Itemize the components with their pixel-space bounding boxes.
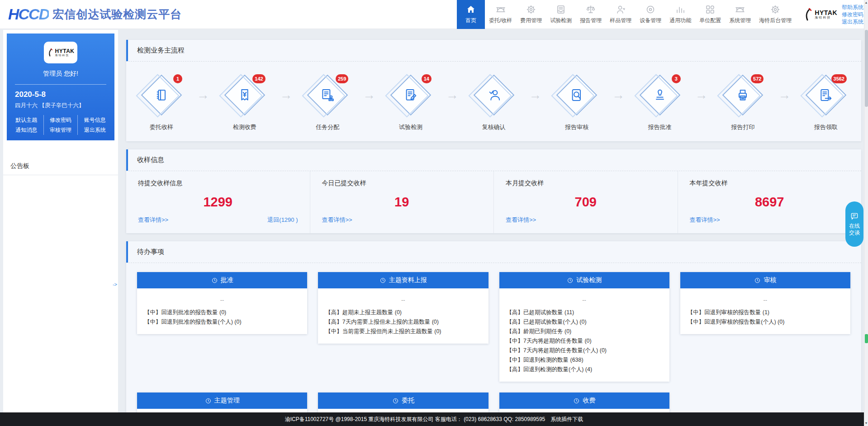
todo-line: 【中】回退到审核的报告数量(个人) (0) [688,317,843,327]
hytak-logo: HYTAK 海特科技 [803,8,837,21]
todo-card-header[interactable]: 主题资料上报 [318,272,488,288]
todo-card-header[interactable]: 批准 [137,272,307,288]
flow-step-charge[interactable]: 142 检测收费 [223,73,266,131]
edit-document-icon [403,88,418,102]
view-details-link[interactable]: 查看详情>> [322,216,352,224]
change-password-link[interactable]: 修改密码 [44,115,78,125]
scroll-down-arrow[interactable]: ▼ [864,421,868,426]
todo-lines: 【高】超期未上报主题数量 (0)【高】7天内需要上报但未上报的主题数量 (0)【… [325,308,481,336]
sidebar-links-row1: 默认主题 修改密码 账号信息 [9,115,112,125]
arrow-icon: → [432,73,472,117]
notice-board-title: 公告板 [3,144,118,175]
notifications-link[interactable]: 通知消息 [9,125,44,135]
todo-line: 【高】已超期试验数量 (11) [507,308,662,317]
clock-icon [567,277,574,284]
todo-card-testing: 试验检测 -- 【高】已超期试验数量 (11)【高】已超期试验数量(个人) (0… [499,272,669,382]
process-flow: 1 委托收样 → 142 检测收费 → 259 任务分配 [126,62,861,141]
todo-line: 【中】当前需要上报但尚未上报的主题数量 (0) [325,327,481,336]
gear-icon [770,4,781,15]
badge-count: 259 [336,74,348,83]
clock-icon [211,277,218,284]
returned-link[interactable]: 退回(1290 ) [267,216,298,224]
default-theme-link[interactable]: 默认主题 [9,115,44,125]
brand: HCCD 宏信创达试验检测云平台 [8,5,182,23]
todo-line: 【高】超期未上报主题数量 (0) [325,308,481,317]
document-out-icon [819,88,833,102]
todo-line: 【高】龄期已到期任务 (0) [507,327,662,336]
scrollbar-marker [865,334,868,343]
review-manage-link[interactable]: 审核管理 [44,125,78,135]
nav-item-system[interactable]: 系统管理 [725,0,755,29]
clock-icon [205,397,212,404]
view-details-link[interactable]: 查看详情>> [690,216,720,224]
todo-card-header[interactable]: 委托 [318,392,488,409]
person-key-icon [615,4,626,15]
scroll-up-arrow[interactable]: ▲ [864,0,868,5]
nav-item-fees[interactable]: 费用管理 [516,0,546,29]
todo-card-header[interactable]: 收费 [499,392,669,409]
grid-icon [705,4,716,15]
brand-logo: HCCD [8,5,49,23]
footer: 渝ICP备11002727号 @1998-2015 重庆海特科技发展有限公司 客… [0,412,868,426]
todo-card-header[interactable]: 试验检测 [499,272,669,288]
vertical-scrollbar[interactable]: ▲ ▼ [864,0,868,426]
plugin-download-link[interactable]: 系统插件下载 [550,416,583,423]
stat-value: 1299 [138,195,298,210]
todo-line: 【高】回退到检测的数量(个人) (4) [507,365,662,374]
stat-value: 19 [322,195,482,210]
nav-item-home[interactable]: 首页 [457,0,485,29]
view-details-link[interactable]: 查看详情>> [506,216,536,224]
help-system-link[interactable]: 帮助系统 [842,4,863,11]
nav-item-unit-config[interactable]: 单位配置 [695,0,725,29]
arrow-icon: → [598,73,638,117]
nav-item-testing[interactable]: 试验检测 [546,0,576,29]
flow-step-assign[interactable]: 259 任务分配 [306,73,349,131]
flow-step-recheck[interactable]: 复核确认 [472,73,516,131]
main-content: 检测业务主流程 1 委托收样 → 142 检测收费 → 259 [126,40,861,426]
badge-count: 14 [422,74,432,83]
arrow-icon: → [516,73,555,117]
stat-value: 709 [506,195,666,210]
arrow-icon: → [764,73,804,117]
task-assign-icon [320,88,335,102]
todo-card-header[interactable]: 主题管理 [137,392,307,409]
flow-step-receive[interactable]: 1 委托收样 [140,73,183,131]
stat-submitted-today: 今日已提交收样 19 查看详情>> [310,171,494,233]
arrow-icon: → [682,73,721,117]
nav-item-samples[interactable]: 样品管理 [606,0,636,29]
notebook-icon [154,88,169,102]
nav-item-hytak-admin[interactable]: 海特后台管理 [755,0,796,29]
hytak-swoosh-icon [803,8,813,21]
flow-step-print[interactable]: 572 报告打印 [721,73,764,131]
todo-card-header[interactable]: 审核 [680,272,850,288]
view-details-link[interactable]: 查看详情>> [138,216,168,224]
chat-icon [850,212,859,221]
sidebar-collapse-handle[interactable]: -> [113,282,117,287]
main-nav: 首页 委托/收样 费用管理 试验检测 报告管理 样品管理 设备管理 通用功能 [457,0,796,29]
process-flow-panel: 检测业务主流程 1 委托收样 → 142 检测收费 → 259 [126,40,861,141]
account-info-link[interactable]: 账号信息 [78,115,112,125]
flow-step-pickup[interactable]: 3562 报告领取 [804,73,848,131]
section-title-todo: 待办事项 [126,241,861,263]
scrollbar-thumb[interactable] [865,30,868,107]
page-title: 宏信创达试验检测云平台 [52,7,182,22]
nav-item-equipment[interactable]: 设备管理 [636,0,665,29]
nav-item-entrust[interactable]: 委托/收样 [485,0,516,29]
stamp-icon [653,88,667,102]
flow-step-approve[interactable]: 3 报告批准 [638,73,682,131]
badge-count: 142 [252,74,265,83]
nav-item-common[interactable]: 通用功能 [665,0,695,29]
nav-item-reports[interactable]: 报告管理 [576,0,606,29]
stat-submitted-month: 本月提交收样 709 查看详情>> [493,171,678,233]
logout-link[interactable]: 退出系统 [842,18,863,25]
logout-link[interactable]: 退出系统 [78,125,112,135]
sidebar-links-row2: 通知消息 审核管理 退出系统 [9,125,112,135]
flow-step-test[interactable]: 14 试验检测 [389,73,432,131]
online-chat-button[interactable]: 在线 交谈 [845,201,863,247]
flow-step-review[interactable]: 报告审核 [555,73,598,131]
todo-lines: 【中】回退到审核的报告数量 (1)【中】回退到审核的报告数量(个人) (0) [688,308,843,327]
change-password-link[interactable]: 修改密码 [842,11,863,18]
badge-count: 1 [173,74,182,83]
receipt-yen-icon [237,88,252,102]
sampling-info-panel: 收样信息 待提交收样信息 1299 查看详情>> 退回(1290 ) 今日已提交… [126,149,861,233]
